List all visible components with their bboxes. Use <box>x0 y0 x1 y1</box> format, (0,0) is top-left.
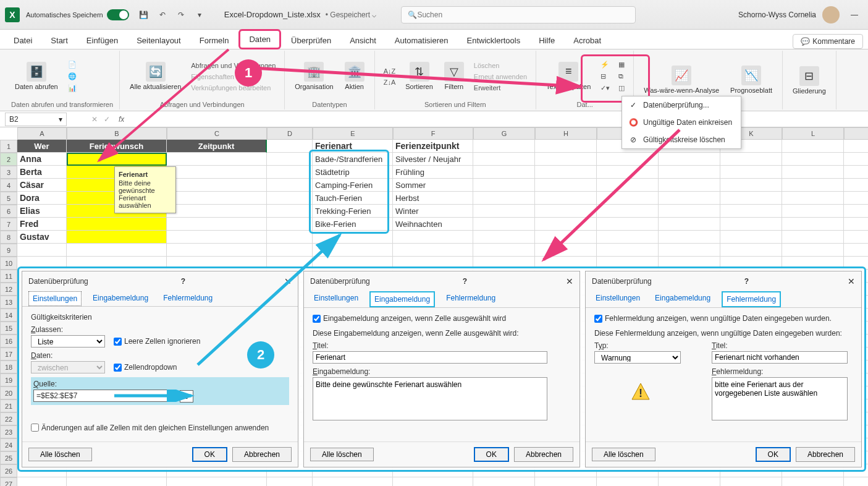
help-icon[interactable]: ? <box>181 277 185 286</box>
tab-fehlermeldung[interactable]: Fehlermeldung <box>442 291 499 307</box>
titel-input[interactable] <box>313 351 547 364</box>
properties-button[interactable]: Eigenschaften <box>188 72 278 82</box>
tab-einfuegen[interactable]: Einfügen <box>78 32 127 49</box>
row-header-26[interactable]: 26 <box>0 464 17 477</box>
cell-E6[interactable]: Trekking-Ferien <box>313 205 393 218</box>
col-header-L[interactable]: L <box>782 127 844 140</box>
cell-H6[interactable] <box>535 205 597 218</box>
cell-K8[interactable] <box>720 231 782 244</box>
cell-K9[interactable] <box>720 244 782 257</box>
cell-M1[interactable] <box>844 140 868 153</box>
cell-M27[interactable] <box>844 477 868 486</box>
tab-hilfe[interactable]: Hilfe <box>530 32 563 49</box>
tab-acrobat[interactable]: Acrobat <box>565 32 610 49</box>
cell-L3[interactable] <box>782 166 844 179</box>
data-validation-button[interactable]: ✓▾ <box>598 83 612 93</box>
tab-eingabemeldung[interactable]: Eingabemeldung <box>89 291 152 306</box>
cell-J8[interactable] <box>659 231 720 244</box>
data-model-icon[interactable]: ◫ <box>616 83 627 93</box>
cell-G4[interactable] <box>473 179 535 192</box>
cell-H1[interactable] <box>535 140 597 153</box>
cell-H2[interactable] <box>535 153 597 166</box>
row-header-2[interactable]: 2 <box>0 153 17 166</box>
cell-I4[interactable] <box>597 179 659 192</box>
col-header-D[interactable]: D <box>267 127 313 140</box>
cell-H5[interactable] <box>535 192 597 205</box>
tab-seitenlayout[interactable]: Seitenlayout <box>128 32 190 49</box>
remove-dups-icon[interactable]: ⊟ <box>598 71 612 82</box>
cell-A8[interactable]: Gustav <box>17 231 67 244</box>
cell-A3[interactable]: Berta <box>17 166 67 179</box>
cell-H4[interactable] <box>535 179 597 192</box>
cell-K27[interactable] <box>720 477 782 486</box>
abbrechen-button[interactable]: Abbrechen <box>796 447 855 462</box>
row-header-25[interactable]: 25 <box>0 451 17 464</box>
range-selector-button[interactable]: ⬆ <box>180 390 193 403</box>
cell-M5[interactable] <box>844 192 868 205</box>
cell-E5[interactable]: Tauch-Ferien <box>313 192 393 205</box>
cell-H8[interactable] <box>535 231 597 244</box>
cell-G9[interactable] <box>473 244 535 257</box>
tab-ansicht[interactable]: Ansicht <box>341 32 385 49</box>
source-icon-2[interactable]: 🌐 <box>65 71 79 82</box>
cell-J7[interactable] <box>659 218 720 231</box>
cell-B9[interactable] <box>67 244 167 257</box>
row-header-23[interactable]: 23 <box>0 425 17 438</box>
cell-K7[interactable] <box>720 218 782 231</box>
col-header-H[interactable]: H <box>535 127 597 140</box>
menu-gueltigkeitskreise[interactable]: ⊘ Gültigkeitskreise löschen <box>622 131 741 148</box>
tab-eingabemeldung[interactable]: Eingabemeldung <box>651 291 714 307</box>
cell-C1[interactable]: Zeitpunkt <box>167 140 267 153</box>
advanced-button[interactable]: Erweitert <box>471 83 529 93</box>
redo-icon[interactable]: ↷ <box>175 9 187 21</box>
row-header-6[interactable]: 6 <box>0 205 17 218</box>
cell-L5[interactable] <box>782 192 844 205</box>
cell-D1[interactable] <box>267 140 313 153</box>
zellendropdown-check[interactable]: Zellendropdown <box>114 363 177 372</box>
search-box[interactable]: 🔍 <box>401 6 636 23</box>
tab-eingabemeldung[interactable]: Eingabemeldung <box>369 291 435 307</box>
row-header-24[interactable]: 24 <box>0 438 17 451</box>
gliederung-button[interactable]: ⊟ Gliederung <box>789 65 830 96</box>
formula-input[interactable] <box>124 113 868 126</box>
cell-C6[interactable] <box>167 205 267 218</box>
row-header-8[interactable]: 8 <box>0 231 17 244</box>
cell-G7[interactable] <box>473 218 535 231</box>
show-error-check[interactable]: Fehlermeldung anzeigen, wenn ungültige D… <box>594 314 853 323</box>
cell-A6[interactable]: Elias <box>17 205 67 218</box>
titel-input[interactable] <box>712 351 848 364</box>
filtern-button[interactable]: ▽ Filtern <box>440 61 468 92</box>
row-header-21[interactable]: 21 <box>0 399 17 412</box>
cell-K2[interactable] <box>720 153 782 166</box>
alle-loeschen-button[interactable]: Alle löschen <box>28 448 92 461</box>
cell-D5[interactable] <box>267 192 313 205</box>
queries-connections-button[interactable]: Abfragen und Verbindungen <box>188 61 278 70</box>
row-header-11[interactable]: 11 <box>0 270 17 283</box>
row-header-19[interactable]: 19 <box>0 373 17 386</box>
cell-J5[interactable] <box>659 192 720 205</box>
cell-H7[interactable] <box>535 218 597 231</box>
cell-D9[interactable] <box>267 244 313 257</box>
cell-D8[interactable] <box>267 231 313 244</box>
cell-C9[interactable] <box>167 244 267 257</box>
cell-J2[interactable] <box>659 153 720 166</box>
cell-E7[interactable]: Bike-Ferien <box>313 218 393 231</box>
cell-L27[interactable] <box>782 477 844 486</box>
cell-C2[interactable] <box>167 153 267 166</box>
tab-einstellungen[interactable]: Einstellungen <box>28 291 82 306</box>
cell-M6[interactable] <box>844 205 868 218</box>
source-icon-1[interactable]: 📄 <box>65 59 79 70</box>
reapply-button[interactable]: Erneut anwenden <box>471 72 529 82</box>
dropdown-arrow-icon[interactable]: ▼ <box>166 153 167 166</box>
flash-fill-icon[interactable]: ⚡ <box>598 59 612 70</box>
worksheet-area[interactable]: ABCDEFGHIJKLMN1WerFerienwunschZeitpunktF… <box>0 127 868 486</box>
apply-all-check[interactable]: Änderungen auf alle Zellen mit den gleic… <box>31 424 289 432</box>
cell-I9[interactable] <box>597 244 659 257</box>
eingabemeldung-textarea[interactable]: Bitte deine gewünschte Ferienart auswähl… <box>313 377 547 420</box>
cell-C4[interactable] <box>167 179 267 192</box>
confirm-icon[interactable]: ✓ <box>104 115 110 124</box>
row-header-12[interactable]: 12 <box>0 283 17 296</box>
was-waere-wenn-button[interactable]: 📈 Was-wäre-wenn-Analyse <box>640 64 723 96</box>
zulassen-select[interactable]: Liste <box>31 335 105 347</box>
row-header-17[interactable]: 17 <box>0 347 17 360</box>
